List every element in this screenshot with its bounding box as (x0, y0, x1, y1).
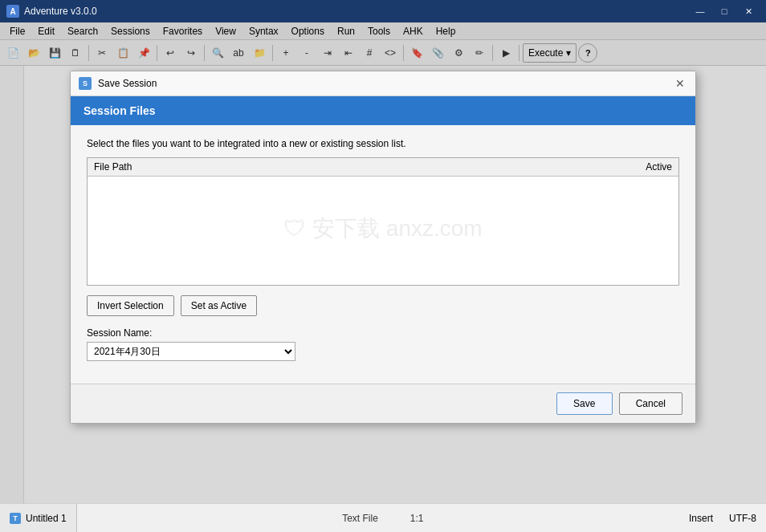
dialog-icon: S (79, 77, 92, 90)
save-button[interactable]: Save (556, 392, 613, 415)
save-session-dialog: S Save Session ✕ Session Files Select th… (70, 71, 696, 424)
app-icon: A (6, 5, 19, 18)
cancel-button[interactable]: Cancel (619, 392, 682, 415)
col-file-path: File Path (94, 161, 624, 173)
file-table-body: 🛡 安下载 anxz.com (88, 177, 678, 281)
insert-mode: Insert (689, 513, 713, 524)
app-title: Adventure v3.0.0 (24, 6, 684, 17)
tab-icon: T (10, 513, 21, 524)
window-controls: — □ ✕ (689, 3, 760, 19)
watermark: 🛡 安下载 anxz.com (283, 213, 482, 244)
dialog-title-bar: S Save Session ✕ (71, 71, 695, 96)
dialog-header-band: Session Files (71, 96, 695, 125)
tab-untitled[interactable]: T Untitled 1 (0, 504, 77, 533)
cursor-position: 1:1 (410, 513, 424, 524)
dialog-footer: Save Cancel (71, 384, 695, 423)
minimize-button[interactable]: — (689, 3, 711, 19)
dialog-body: Select the files you want to be integrat… (71, 125, 695, 384)
session-name-label: Session Name: (87, 327, 679, 339)
maximize-button[interactable]: □ (713, 3, 735, 19)
status-info: Text File 1:1 (77, 513, 689, 524)
status-bar: T Untitled 1 Text File 1:1 Insert UTF-8 (0, 503, 766, 532)
dialog-title: Save Session (98, 78, 666, 89)
file-table[interactable]: File Path Active 🛡 安下载 anxz.com (87, 157, 679, 286)
close-button[interactable]: ✕ (737, 3, 760, 19)
encoding: UTF-8 (729, 513, 756, 524)
modal-overlay: S Save Session ✕ Session Files Select th… (0, 22, 766, 503)
invert-selection-button[interactable]: Invert Selection (87, 295, 174, 316)
title-bar: A Adventure v3.0.0 — □ ✕ (0, 0, 766, 22)
file-table-header: File Path Active (88, 158, 678, 177)
session-name-select[interactable]: 2021年4月30日 (87, 342, 295, 361)
dialog-close-button[interactable]: ✕ (673, 76, 687, 91)
tab-label: Untitled 1 (26, 513, 67, 524)
dialog-header-title: Session Files (84, 104, 155, 117)
button-row: Invert Selection Set as Active (87, 295, 679, 316)
set-as-active-button[interactable]: Set as Active (181, 295, 257, 316)
session-name-group: Session Name: 2021年4月30日 (87, 327, 679, 361)
col-active: Active (624, 161, 672, 173)
status-right: Insert UTF-8 (689, 513, 766, 524)
file-type: Text File (342, 513, 378, 524)
dialog-instruction: Select the files you want to be integrat… (87, 138, 679, 149)
